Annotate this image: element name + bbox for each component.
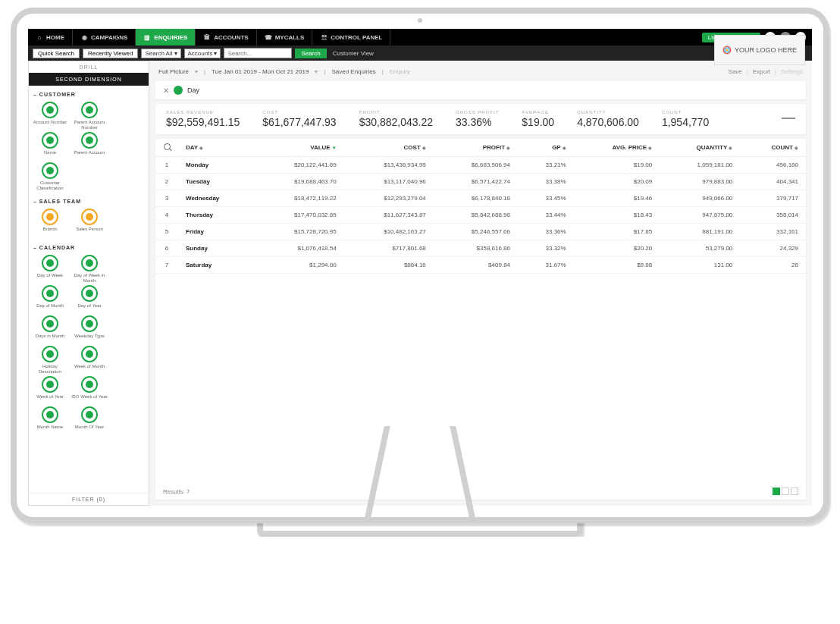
section-title[interactable]: CALENDAR: [30, 242, 147, 253]
view-toggle-grid[interactable]: [791, 488, 798, 495]
dimension-pill[interactable]: Name: [32, 132, 68, 161]
row-index: 6: [155, 240, 178, 257]
cell-day: Thursday: [178, 207, 255, 224]
pill-circle-icon: [81, 102, 98, 118]
table-row[interactable]: 3Wednesday$18,472,119.22$12,293,279.04$6…: [155, 190, 806, 207]
nav-mycalls[interactable]: ☎ MYCALLS: [257, 29, 313, 45]
cell-avg-price: $19.46: [574, 190, 660, 207]
chevron-down-icon[interactable]: ▾: [195, 68, 198, 75]
cell-quantity: 881,191.00: [660, 224, 740, 240]
dimension-pill[interactable]: Holiday Description: [32, 346, 68, 375]
pill-label: Account Number: [33, 120, 67, 130]
cell-gp: 33.45%: [518, 190, 574, 207]
kpi-cost: COST$61,677,447.93: [262, 110, 336, 128]
dimension-pill[interactable]: Day of Week: [32, 255, 68, 284]
pill-circle-icon: [42, 162, 58, 179]
searchbar: Quick Search Recently Viewed Search All▾…: [28, 45, 812, 61]
col-value[interactable]: VALUE▼: [255, 139, 344, 157]
cell-quantity: 131.00: [660, 257, 740, 274]
dimension-pill[interactable]: Sales Person: [71, 209, 108, 237]
view-toggle-cards[interactable]: [782, 488, 789, 495]
dimension-pill[interactable]: Day of Year: [71, 285, 108, 314]
col-quantity[interactable]: QUANTITY◆: [660, 139, 740, 157]
search-scope-select[interactable]: Search All▾: [141, 49, 180, 58]
customer-view-link[interactable]: Customer View: [333, 50, 374, 57]
settings-link[interactable]: Settings: [781, 68, 803, 75]
table-row[interactable]: 1Monday$20,122,441.89$13,438,934.95$6,68…: [155, 157, 806, 174]
view-toggle-table[interactable]: [773, 488, 780, 495]
second-dimension-tab[interactable]: SECOND DIMENSION: [29, 73, 149, 86]
remove-chip-icon[interactable]: ✕: [163, 86, 169, 95]
nav-campaigns[interactable]: ◉ CAMPAIGNS: [73, 29, 136, 45]
nav-campaigns-label: CAMPAIGNS: [91, 34, 127, 41]
dimension-pill[interactable]: Branch: [32, 209, 68, 237]
nav-accounts[interactable]: 🏛 ACCOUNTS: [196, 29, 256, 45]
cell-profit: $5,842,688.98: [434, 207, 518, 224]
dimension-pill[interactable]: Parent Account: [71, 132, 108, 161]
col-day[interactable]: DAY◆: [178, 139, 255, 157]
col-gp[interactable]: GP◆: [518, 139, 574, 157]
dimension-pill[interactable]: Week of Month: [71, 346, 108, 375]
cell-profit: $6,571,422.74: [434, 174, 518, 190]
pill-label: Month Of Year: [75, 425, 104, 435]
dimension-pill[interactable]: Month Name: [32, 406, 68, 435]
pill-circle-icon: [42, 132, 58, 149]
pill-label: Days in Month: [36, 334, 64, 344]
dimension-pill[interactable]: Week of Year: [32, 376, 68, 405]
cell-gp: 33.44%: [518, 207, 574, 224]
cell-gp: 31.67%: [518, 257, 574, 274]
search-input[interactable]: [224, 48, 292, 58]
collapse-kpi-icon[interactable]: —: [782, 110, 795, 126]
section-title[interactable]: CUSTOMER: [30, 89, 147, 100]
col-profit[interactable]: PROFIT◆: [434, 139, 518, 157]
nav-home[interactable]: ⌂ HOME: [28, 29, 73, 45]
filter-tab[interactable]: FILTER (0): [29, 493, 149, 505]
cell-profit: $358,616.86: [434, 240, 518, 257]
col-cost[interactable]: COST◆: [344, 139, 434, 157]
dimension-pill[interactable]: Customer Classification: [32, 162, 68, 191]
table-row[interactable]: 7Saturday$1,294.00$884.16$409.8431.67%$9…: [155, 257, 806, 274]
row-index: 5: [155, 224, 178, 240]
dimension-pill[interactable]: Day of Week in Month: [71, 255, 108, 284]
home-icon: ⌂: [36, 33, 43, 41]
cell-quantity: 53,279.00: [660, 240, 740, 257]
dimension-pill[interactable]: Day of Month: [32, 285, 68, 314]
pill-circle-icon: [42, 255, 58, 271]
dimension-pill[interactable]: Account Number: [32, 102, 68, 130]
cell-avg-price: $20.09: [574, 174, 660, 190]
cell-cost: $13,438,934.95: [344, 157, 434, 174]
table-row[interactable]: 2Tuesday$19,688,463.70$13,117,040.96$6,5…: [155, 174, 806, 190]
crumb-saved-enquiries[interactable]: Saved Enquiries: [331, 68, 375, 75]
col-avg-price[interactable]: AVG. PRICE◆: [574, 139, 660, 157]
dimension-pill[interactable]: ISO Week of Year: [71, 376, 108, 405]
crumb-full-picture[interactable]: Full Picture: [158, 68, 189, 75]
save-link[interactable]: Save: [729, 68, 742, 75]
dimension-pill[interactable]: Weekday Type: [71, 315, 108, 344]
nav-enquiries[interactable]: ▥ ENQUIRIES: [136, 29, 196, 45]
quick-search-button[interactable]: Quick Search: [33, 49, 80, 58]
export-link[interactable]: Export: [753, 68, 770, 75]
search-entity-select[interactable]: Accounts▾: [184, 49, 221, 58]
search-icon[interactable]: [164, 143, 171, 150]
search-button[interactable]: Search: [295, 49, 326, 58]
crumb-date-range[interactable]: Tue Jan 01 2019 - Mon Oct 21 2019: [212, 68, 309, 75]
pill-circle-icon: [42, 315, 58, 332]
pill-label: Day of Year: [77, 303, 101, 314]
cell-avg-price: $9.88: [574, 257, 660, 274]
nav-control-panel[interactable]: ☷ CONTROL PANEL: [312, 29, 390, 45]
table-row[interactable]: 5Friday$15,728,720.95$10,482,163.27$5,24…: [155, 224, 806, 240]
col-count[interactable]: COUNT◆: [740, 139, 806, 157]
section-title[interactable]: SALES TEAM: [30, 196, 147, 207]
recently-viewed-button[interactable]: Recently Viewed: [83, 49, 138, 58]
table-row[interactable]: 4Thursday$17,470,032.85$11,627,343.87$5,…: [155, 207, 806, 224]
dimension-pill[interactable]: Month Of Year: [71, 406, 108, 435]
day-chip-label[interactable]: Day: [187, 86, 199, 94]
chevron-down-icon[interactable]: ▾: [315, 68, 318, 75]
dimension-pill[interactable]: Days in Month: [32, 315, 68, 344]
table-row[interactable]: 6Sunday$1,076,418.54$717,801.68$358,616.…: [155, 240, 806, 257]
cell-avg-price: $19.00: [574, 157, 660, 174]
pill-label: Sales Person: [76, 227, 103, 237]
dimension-pill[interactable]: Parent Account Number: [71, 102, 108, 130]
building-icon: 🏛: [203, 33, 211, 41]
chevron-down-icon: ▾: [174, 50, 177, 57]
